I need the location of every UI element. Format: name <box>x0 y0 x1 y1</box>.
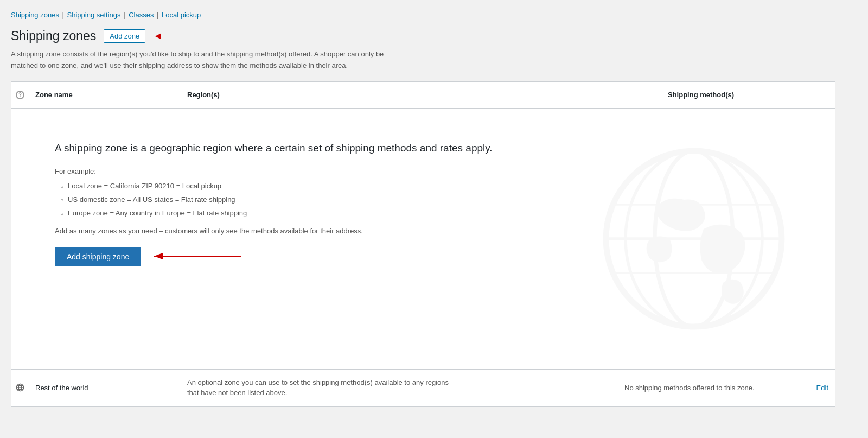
nav-shipping-settings[interactable]: Shipping settings <box>67 11 121 19</box>
help-icon[interactable]: ? <box>16 91 24 99</box>
rest-of-world-zone-name: Rest of the world <box>29 384 181 392</box>
annotation-arrow-header: ◄ <box>153 30 163 42</box>
table-header: ? Zone name Region(s) Shipping method(s) <box>11 82 835 109</box>
nav-links: Shipping zones | Shipping settings | Cla… <box>11 11 835 19</box>
nav-local-pickup[interactable]: Local pickup <box>162 11 201 19</box>
page-description: A shipping zone consists of the region(s… <box>11 49 412 72</box>
empty-state: A shipping zone is a geographic region w… <box>11 109 835 369</box>
rest-of-world-icon-cell <box>11 383 29 392</box>
add-zone-button[interactable]: Add zone <box>104 29 145 43</box>
red-arrow-svg <box>149 250 246 263</box>
rest-of-world-shipping-method: No shipping methods offered to this zone… <box>618 384 792 392</box>
page-header: Shipping zones Add zone ◄ <box>11 29 835 43</box>
globe-icon <box>16 383 24 392</box>
table-header-methods: Shipping method(s) <box>661 87 835 103</box>
rest-of-world-row: Rest of the world An optional zone you c… <box>11 369 835 406</box>
table-header-icon: ? <box>11 87 29 103</box>
add-shipping-zone-button[interactable]: Add shipping zone <box>55 247 141 266</box>
globe-watermark <box>596 141 792 337</box>
nav-classes[interactable]: Classes <box>129 11 154 19</box>
nav-shipping-zones[interactable]: Shipping zones <box>11 11 59 19</box>
shipping-zones-table: ? Zone name Region(s) Shipping method(s) <box>11 81 835 407</box>
page-title: Shipping zones <box>11 29 96 43</box>
rest-of-world-edit-link[interactable]: Edit <box>792 384 835 392</box>
table-header-zone-name: Zone name <box>29 87 181 103</box>
annotation-arrow-button <box>149 250 246 264</box>
rest-of-world-description: An optional zone you can use to set the … <box>181 377 618 398</box>
table-header-regions: Region(s) <box>181 87 661 103</box>
